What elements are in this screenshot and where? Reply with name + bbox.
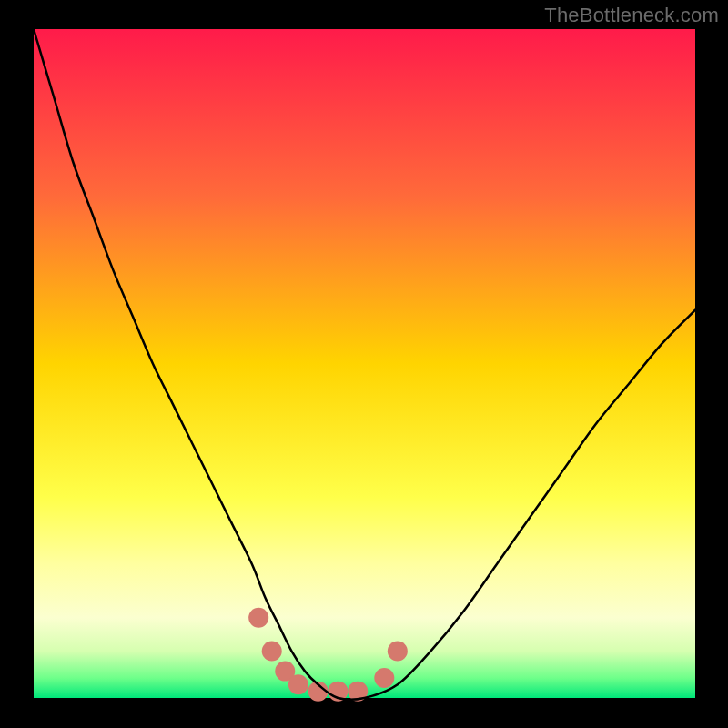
bottleneck-chart bbox=[0, 0, 728, 728]
chart-frame: TheBottleneck.com bbox=[0, 0, 728, 728]
highlight-dot bbox=[288, 674, 308, 694]
highlight-dot bbox=[262, 642, 282, 662]
highlight-dot bbox=[374, 668, 394, 688]
highlight-dot bbox=[388, 642, 408, 662]
plot-background bbox=[34, 29, 695, 698]
highlight-dot bbox=[248, 608, 268, 628]
